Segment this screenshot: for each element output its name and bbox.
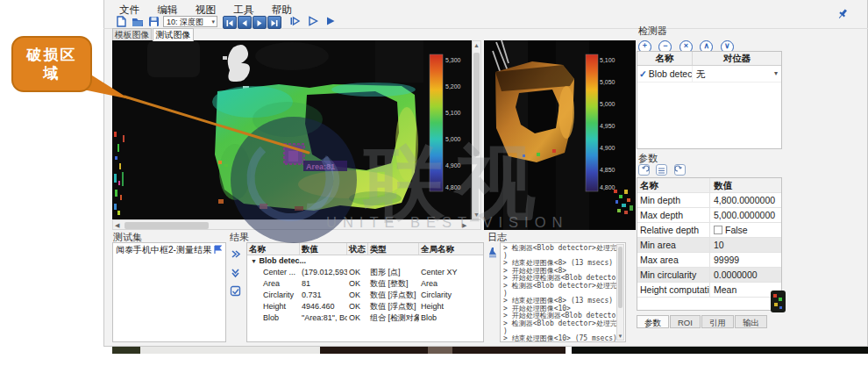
detector-toolbar: + − × ∧ ∨ <box>638 36 737 48</box>
table-row[interactable]: Circlarity0.731OK数值 [浮点数]Circlarity <box>247 290 483 301</box>
scroll-down-icon[interactable]: ▼ <box>617 334 623 339</box>
image-selector-combo[interactable]: 10: 深度图 ▾ <box>163 16 217 27</box>
detector-row[interactable]: ✓Blob detector 无 ▾ <box>637 66 781 83</box>
next-image-button[interactable] <box>253 16 267 29</box>
collapse-all-icon[interactable] <box>230 267 241 278</box>
roi-area-label: Area:81 <box>306 162 335 171</box>
log-output[interactable]: > 检测器<Blob detector>处理完毕 (10 msecs ) > 结… <box>500 242 626 342</box>
chevron-down-icon: ▾ <box>211 17 215 27</box>
log-scrollbar[interactable]: ▼ <box>616 244 624 341</box>
params-table: 名称数值 Min depth4,800.0000000 Max depth5,0… <box>637 177 782 311</box>
detector-name: Blob detector <box>649 68 693 79</box>
svg-text:5,300: 5,300 <box>445 57 461 63</box>
first-image-button[interactable] <box>223 16 237 29</box>
table-row[interactable]: Center ...(179.012,593.6...OK图形 [点]Cente… <box>247 267 483 278</box>
param-row-max-area[interactable]: Max area99999 <box>637 253 781 268</box>
svg-text:5,000: 5,000 <box>600 101 615 107</box>
test-set-item-label: 闻泰手机中框2-测量结果 <box>116 245 211 255</box>
mini-preview-icon[interactable] <box>771 291 786 312</box>
damage-area-callout: 破损区域 <box>11 36 92 92</box>
scroll-down-icon[interactable]: ▼ <box>473 212 480 218</box>
table-row[interactable]: Height4946.460OK数值 [浮点数]Height <box>247 301 483 312</box>
table-row[interactable]: Area81OK数值 [整数]Area <box>247 278 483 290</box>
image-tab-bar: 模板图像 测试图像 <box>103 28 868 40</box>
blob-roi-box <box>284 144 304 164</box>
right-panel-tabs: 参数ROI引用输出 <box>637 313 768 329</box>
param-grid-icon[interactable] <box>656 164 667 176</box>
param-row-max-depth[interactable]: Max depth5,000.0000000 <box>637 208 781 223</box>
param-row-min-depth[interactable]: Min depth4,800.0000000 <box>637 193 781 208</box>
log-line: > 结束处理图像<10> (75 msecs) <box>503 335 616 342</box>
prev-image-button[interactable] <box>238 16 252 29</box>
relative-depth-checkbox[interactable] <box>714 226 722 234</box>
tab-test-image[interactable]: 测试图像 <box>153 28 194 41</box>
svg-text:4,800: 4,800 <box>600 184 615 190</box>
tab-template-image[interactable]: 模板图像 <box>112 28 152 40</box>
background-window-strip <box>572 347 868 354</box>
new-file-icon[interactable] <box>116 16 127 27</box>
pin-icon[interactable] <box>836 8 849 20</box>
flag-icon[interactable] <box>213 245 223 255</box>
hscroll-thumb[interactable] <box>125 222 209 229</box>
svg-text:5,100: 5,100 <box>600 57 615 63</box>
background-window-strip <box>140 347 320 354</box>
callout-label: 破损区域 <box>22 46 82 83</box>
scroll-left-icon[interactable]: ◀ <box>115 222 119 229</box>
log-line: > 检测器<Blob detector>处理完毕 (71 msecs <box>503 320 616 328</box>
run-once-icon[interactable] <box>307 15 319 27</box>
scroll-right-icon[interactable]: ▶ <box>462 222 466 229</box>
open-folder-icon[interactable] <box>132 16 144 27</box>
svg-text:4,850: 4,850 <box>600 167 615 173</box>
image-selector-value: 10: 深度图 <box>167 18 203 26</box>
result-image-viewport[interactable]: 5,100 5,050 5,000 4,950 4,900 4,850 4,80… <box>484 40 636 230</box>
param-row-min-area[interactable]: Min area10 <box>637 238 781 253</box>
svg-text:4,800: 4,800 <box>445 184 461 190</box>
scroll-up-icon[interactable]: ▲ <box>473 42 480 48</box>
param-undo-icon[interactable] <box>638 164 650 176</box>
tree-expand-icon[interactable]: ▼ <box>251 258 257 264</box>
detector-header-row: 名称 对位器 <box>637 52 781 66</box>
detector-table: 名称 对位器 ✓Blob detector 无 ▾ <box>637 51 782 149</box>
svg-text:4,900: 4,900 <box>600 145 615 151</box>
test-image-viewport[interactable]: Area:81 5,300 5,200 5,100 5,000 4,900 4,… <box>112 40 472 219</box>
params-header-row: 名称数值 <box>637 178 781 193</box>
results-group-row[interactable]: ▼ Blob detec... <box>247 255 483 267</box>
tab-roi[interactable]: ROI <box>670 315 701 328</box>
svg-text:4,900: 4,900 <box>445 162 461 169</box>
table-row[interactable]: Blob"Area:81", Box...OK组合 [检测对象]Blob <box>247 312 483 324</box>
svg-text:5,000: 5,000 <box>445 136 461 142</box>
chevron-down-icon: ▾ <box>774 66 778 82</box>
vscroll-thumb[interactable] <box>473 53 480 156</box>
param-row-height-computation[interactable]: Height computationMean <box>637 283 781 298</box>
test-set-list[interactable]: 闻泰手机中框2-测量结果 <box>112 242 226 342</box>
param-row-relative-depth[interactable]: Relative depth False <box>637 223 781 238</box>
aligner-combo[interactable]: 无 ▾ <box>693 66 781 82</box>
svg-text:5,050: 5,050 <box>600 79 615 85</box>
tab-output[interactable]: 输出 <box>735 315 767 328</box>
list-item[interactable]: 闻泰手机中框2-测量结果 <box>113 243 225 256</box>
param-row-min-circularity[interactable]: Min circularity0.0000000 <box>637 268 781 283</box>
run-all-icon[interactable] <box>324 15 337 27</box>
log-line: > 检测器<Blob detector>处理完毕 (10 msecs <box>503 283 616 291</box>
last-image-button[interactable] <box>267 16 281 29</box>
svg-text:4,950: 4,950 <box>600 123 615 129</box>
detector-enabled-checkbox[interactable]: ✓ <box>637 68 649 79</box>
background-window-strip <box>112 347 140 354</box>
results-toolbar <box>230 248 244 302</box>
vertical-scrollbar[interactable]: ▲ ▼ <box>472 40 481 219</box>
clear-log-icon[interactable] <box>487 247 498 258</box>
results-header-row: 名称数值状态类型全局名称 <box>247 243 483 255</box>
horizontal-scrollbar[interactable]: ◀ ▶ <box>112 219 481 230</box>
expand-all-icon[interactable] <box>230 248 241 260</box>
background-window-strip <box>320 347 566 354</box>
log-line: > 检测器<Blob detector>处理完毕 (10 msecs <box>503 245 616 253</box>
param-redo-icon[interactable] <box>674 164 686 176</box>
results-table: 名称数值状态类型全局名称 ▼ Blob detec... Center ...(… <box>246 242 484 342</box>
check-results-icon[interactable] <box>230 285 241 297</box>
save-icon[interactable] <box>148 16 160 27</box>
run-step-icon[interactable] <box>289 15 302 27</box>
svg-text:5,200: 5,200 <box>445 83 461 90</box>
tab-reference[interactable]: 引用 <box>701 315 734 328</box>
tab-params[interactable]: 参数 <box>637 315 669 328</box>
menu-bar: 文件 编辑 视图 工具 帮助 <box>112 1 866 14</box>
